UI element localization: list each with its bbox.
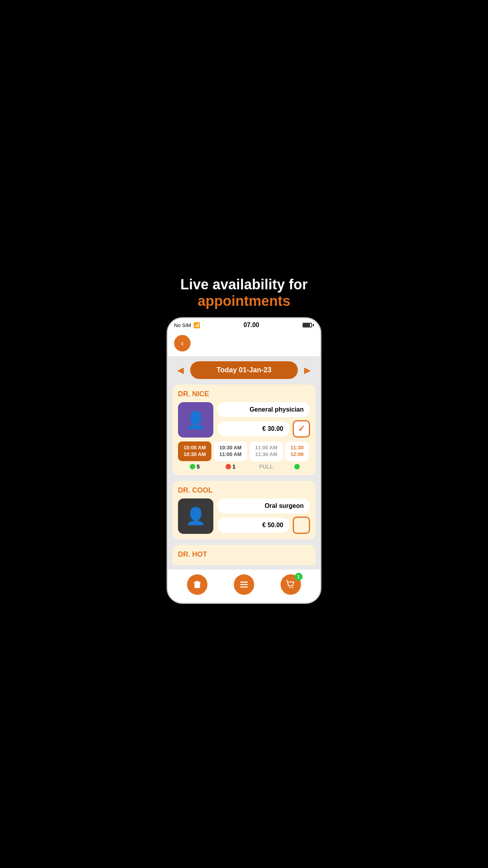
cart-icon	[286, 579, 296, 590]
cart-button[interactable]: 1	[281, 574, 301, 595]
price-row-nice: € 30.00 ✓	[217, 420, 310, 438]
slot-time2-2: 11:00 AM	[218, 451, 243, 458]
nav-bar: ‹	[168, 332, 320, 357]
battery-icon	[303, 323, 314, 327]
back-button[interactable]: ‹	[174, 335, 191, 351]
slot-count-2: 1	[233, 463, 236, 470]
avatar-nice: 👤	[178, 402, 213, 438]
wifi-icon: 📶	[193, 322, 200, 328]
slot-time1-1: 10:00 AM	[182, 445, 207, 451]
svg-point-5	[289, 587, 290, 588]
red-dot-2	[226, 464, 231, 469]
trash-icon	[192, 579, 202, 590]
status-left: No SIM 📶	[174, 322, 200, 328]
doctor-details-nice: General physician € 30.00 ✓	[217, 402, 310, 438]
time-slot-3[interactable]: 11:00 AM 11:30 AM	[250, 441, 283, 461]
avatar-icon-cool: 👤	[185, 506, 206, 526]
doctor-card-cool: DR. COOL 👤 Oral surgeon € 50.00	[172, 481, 316, 539]
time-slot-1[interactable]: 10:00 AM 10:30 AM	[178, 441, 211, 461]
doctor-card-hot: DR. HOT	[172, 545, 316, 565]
svg-rect-4	[240, 587, 248, 588]
doctor-info-cool: 👤 Oral surgeon € 50.00	[178, 498, 310, 534]
slot-time2-4: 12:00	[289, 451, 305, 458]
doctor-name-nice: DR. NICE	[178, 390, 310, 398]
slot-time2-3: 11:30 AM	[253, 451, 279, 458]
outer-container: Live availability for appointments No SI…	[163, 264, 325, 604]
content-area: ◀ Today 01-Jan-23 ▶ DR. NICE 👤 General p…	[168, 357, 320, 570]
slot-time2-1: 10:30 AM	[182, 451, 207, 458]
promo-title-line2: appointments	[171, 293, 317, 309]
avatar-icon-nice: 👤	[185, 410, 206, 430]
full-text-3: FULL	[259, 463, 273, 470]
promo-header: Live availability for appointments	[163, 264, 325, 317]
slot-count-1: 5	[197, 463, 200, 470]
price-cool: € 50.00	[217, 518, 290, 533]
time-slot-4[interactable]: 11:30 12:00	[285, 441, 309, 461]
date-nav: ◀ Today 01-Jan-23 ▶	[172, 361, 316, 379]
slot-status-row-nice: 5 1 FULL	[178, 463, 310, 470]
date-label[interactable]: Today 01-Jan-23	[190, 361, 298, 379]
status-bar: No SIM 📶 07.00	[168, 318, 320, 332]
promo-title-line1: Live availability for	[171, 276, 317, 293]
next-date-button[interactable]: ▶	[301, 364, 314, 377]
checkmark-nice: ✓	[298, 424, 305, 434]
slot-status-2: 1	[214, 463, 247, 470]
specialty-cool: Oral surgeon	[217, 498, 310, 513]
svg-point-6	[292, 587, 293, 588]
doctor-info-nice: 👤 General physician € 30.00 ✓	[178, 402, 310, 438]
slot-status-3: FULL	[250, 463, 283, 470]
menu-icon	[239, 579, 249, 590]
slot-time1-4: 11:30	[289, 445, 305, 451]
status-time: 07.00	[244, 322, 259, 329]
trash-button[interactable]	[187, 574, 207, 595]
doctor-name-cool: DR. COOL	[178, 486, 310, 495]
green-dot-4	[294, 464, 300, 469]
carrier-text: No SIM	[174, 322, 191, 328]
slot-status-1: 5	[178, 463, 211, 470]
doctor-card-nice: DR. NICE 👤 General physician € 30.00 ✓	[172, 384, 316, 475]
doctor-name-hot: DR. HOT	[178, 550, 310, 559]
slot-time1-2: 10:30 AM	[218, 445, 243, 451]
phone-frame: No SIM 📶 07.00 ‹ ◀ Today 01-Jan-23 ▶ DR.	[167, 317, 321, 604]
specialty-nice: General physician	[217, 402, 310, 417]
slot-time1-3: 11:00 AM	[253, 445, 279, 451]
price-nice: € 30.00	[217, 421, 290, 436]
prev-date-button[interactable]: ◀	[174, 364, 187, 377]
checkbox-cool[interactable]	[293, 517, 310, 534]
svg-rect-3	[240, 584, 248, 585]
avatar-cool: 👤	[178, 498, 213, 534]
price-row-cool: € 50.00	[217, 517, 310, 534]
checkbox-nice[interactable]: ✓	[293, 420, 310, 438]
doctor-details-cool: Oral surgeon € 50.00	[217, 498, 310, 534]
green-dot-1	[190, 464, 195, 469]
slot-status-4	[285, 463, 309, 470]
bottom-bar: 1	[168, 570, 320, 603]
cart-badge: 1	[295, 573, 303, 581]
menu-button[interactable]	[234, 574, 254, 595]
time-slots-nice: 10:00 AM 10:30 AM 10:30 AM 11:00 AM 11:0…	[178, 441, 310, 461]
svg-rect-2	[240, 581, 248, 583]
time-slot-2[interactable]: 10:30 AM 11:00 AM	[214, 441, 247, 461]
